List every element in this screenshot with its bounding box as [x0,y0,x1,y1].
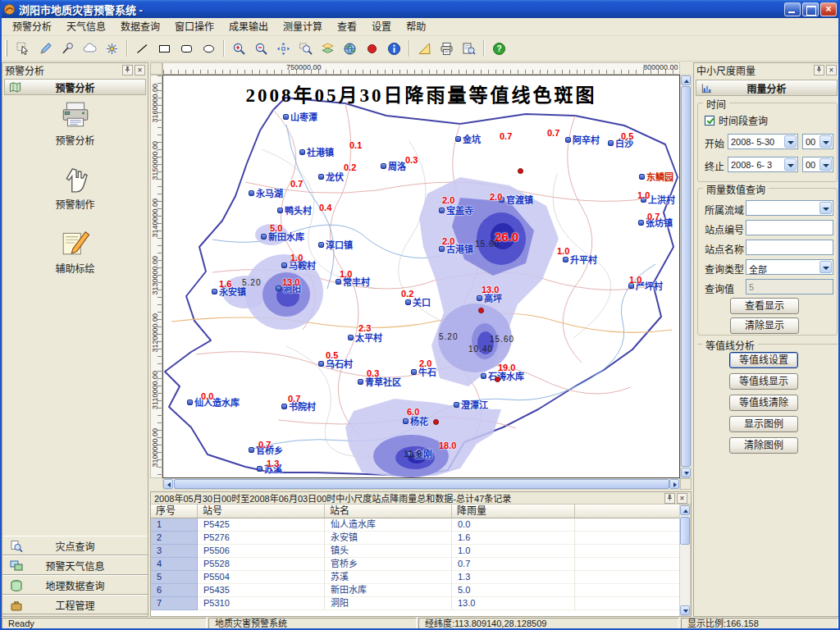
table-header-cell[interactable]: 序号 [151,504,198,518]
roundrect-tool-icon[interactable] [176,39,196,58]
start-date-combo[interactable]: 2008- 5-30 [728,134,798,149]
clear-display-button[interactable]: 清除显示 [730,317,799,334]
globe-view-icon[interactable] [340,39,359,58]
chevron-down-icon[interactable] [819,261,832,273]
map-station[interactable]: 山枣潭 [283,110,317,123]
left-bottom-item-1[interactable]: 预警天气信息 [2,555,148,575]
menu-item-1[interactable]: 天气信息 [59,19,113,35]
start-hour-combo[interactable]: 00 [802,134,833,149]
chevron-down-icon[interactable] [819,158,832,171]
pushpin-tool-icon[interactable] [57,39,77,58]
map-station[interactable]: 龙伏 [318,170,344,183]
close-icon[interactable]: × [677,493,687,504]
hotspot-marker-icon[interactable] [362,39,381,58]
time-range-checkbox[interactable]: 时间段查询 [705,113,768,127]
left-tool-0[interactable]: 预警分析 [2,99,148,147]
table-row[interactable]: 7P5310洞阳13.0 [151,597,679,610]
map-station[interactable]: 社港镇 [299,145,334,158]
left-panel-header[interactable]: 预警分析 × [2,63,148,76]
map-horizontal-scrollbar[interactable] [162,478,680,490]
station-name-input[interactable] [746,240,833,255]
map-station[interactable]: 澄潭江 [454,398,488,411]
pin-icon[interactable] [814,65,824,75]
ellipse-tool-icon[interactable] [199,39,218,58]
scroll-up-icon[interactable] [681,75,691,85]
left-tool-1[interactable]: 预警制作 [2,163,148,211]
print-preview-icon[interactable] [459,39,478,58]
map-station[interactable]: 淳口镇 [318,238,353,251]
contour-clear-button[interactable]: 等值线清除 [729,395,798,411]
bottom-panel-header[interactable]: 2008年05月30日00时至2008年06月03日00时中小尺度站点降雨量总和… [151,492,691,504]
table-row[interactable]: 2P5276永安镇1.6 [151,532,679,545]
station-id-input[interactable] [746,220,833,235]
map-station[interactable]: 永马湖 [249,186,283,199]
query-value-input[interactable]: 5 [746,279,833,294]
toolbar-grip[interactable] [5,40,7,57]
map-station[interactable]: 新田水库 [261,230,304,243]
chevron-down-icon[interactable] [819,202,832,214]
pen-tool-icon[interactable] [35,39,55,58]
minimize-button[interactable] [784,2,801,16]
close-button[interactable]: × [820,2,837,16]
pin-icon[interactable] [122,65,133,75]
menu-item-6[interactable]: 查看 [330,19,364,35]
scroll-thumb[interactable] [680,517,690,545]
map-station[interactable]: 宝盖寺 [439,203,473,217]
checkbox-checked-icon[interactable] [705,116,714,126]
chevron-down-icon[interactable] [784,135,797,148]
basin-combo[interactable] [746,200,833,216]
map-station[interactable]: 官渡镇 [499,193,533,206]
end-hour-combo[interactable]: 00 [802,157,833,172]
map-station[interactable]: 东鳞园 [639,170,673,183]
cloud-tool-icon[interactable] [80,39,99,58]
query-type-combo[interactable]: 全部 [746,259,833,275]
zoom-in-icon[interactable] [229,39,249,58]
pin-icon[interactable] [664,493,675,504]
close-icon[interactable]: × [826,65,837,75]
left-bottom-item-0[interactable]: 灾点查询 [2,536,148,555]
warning-section-header[interactable]: 预警分析 [4,79,146,95]
clear-legend-button[interactable]: 清除图例 [729,437,798,454]
scroll-left-icon[interactable] [163,479,173,489]
left-tool-2[interactable]: 辅助标绘 [2,227,148,275]
line-tool-icon[interactable] [132,39,152,58]
menu-item-7[interactable]: 设置 [364,19,399,35]
maximize-button[interactable] [802,2,819,16]
scroll-down-icon[interactable] [681,468,691,477]
table-header-cell[interactable]: 降雨量 [452,504,575,518]
pan-tool-icon[interactable] [273,39,293,58]
scroll-up-icon[interactable] [680,505,690,515]
zoom-out-icon[interactable] [251,39,271,58]
map-canvas[interactable]: 2008年05月30日降雨量等值线色斑图 山枣潭社港镇金坑阿辛村白沙龙伏周洛东鳞… [162,75,680,478]
contour-settings-button[interactable]: 等值线设置 [729,352,798,368]
help-icon[interactable]: ? [489,39,509,58]
left-bottom-item-2[interactable]: 地理数据查询 [2,575,148,595]
chevron-down-icon[interactable] [784,158,797,171]
zoom-window-icon[interactable] [295,39,315,58]
identify-info-icon[interactable] [384,39,404,58]
table-row[interactable]: 3P5506镇头1.0 [151,545,679,558]
rain-analysis-header[interactable]: 雨量分析 [696,80,838,96]
table-row[interactable]: 6P5435新田水库5.0 [151,584,679,597]
layers-tool-icon[interactable] [317,39,337,58]
chevron-down-icon[interactable] [819,135,832,148]
map-station[interactable]: 鸭头村 [277,203,312,217]
menu-item-5[interactable]: 测量计算 [276,19,330,35]
right-panel-header[interactable]: 中小尺度雨量 × [694,63,839,76]
rectangle-tool-icon[interactable] [154,39,174,58]
menu-item-0[interactable]: 预警分析 [5,19,59,35]
scroll-right-icon[interactable] [669,479,679,489]
view-display-button[interactable]: 查看显示 [730,298,799,314]
table-header-cell[interactable]: 站号 [198,504,325,518]
map-vertical-scrollbar[interactable] [680,75,692,478]
left-bottom-item-3[interactable]: 工程管理 [2,595,148,614]
end-date-combo[interactable]: 2008- 6- 3 [728,157,798,172]
select-tool-icon[interactable] [13,39,33,58]
table-row[interactable]: 1P5425仙人造水库0.0 [151,518,679,532]
map-station[interactable]: 阿辛村 [565,133,600,146]
table-vertical-scrollbar[interactable] [679,504,691,616]
menu-item-2[interactable]: 数据查询 [113,19,167,35]
print-icon[interactable] [436,39,456,58]
menu-item-4[interactable]: 成果输出 [221,19,276,35]
scroll-down-icon[interactable] [680,605,690,615]
